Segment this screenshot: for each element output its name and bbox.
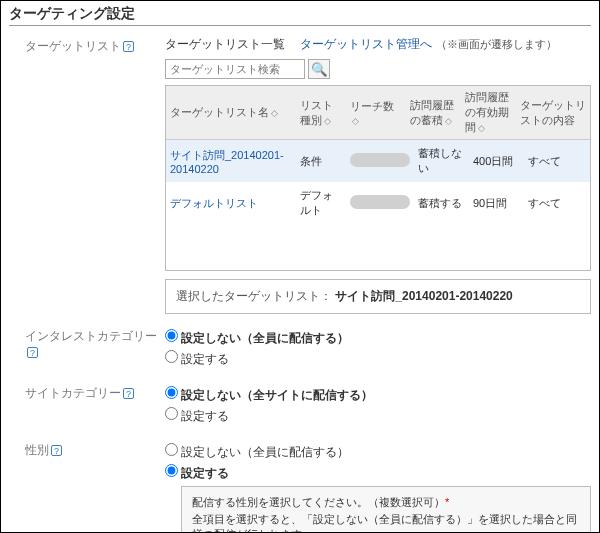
search-button[interactable]: 🔍 <box>308 59 330 79</box>
help-icon[interactable]: ? <box>51 445 62 456</box>
site-section: サイトカテゴリー? 設定しない（全サイトに配信する） 設定する <box>1 379 599 436</box>
search-icon: 🔍 <box>311 62 328 77</box>
interest-label: インタレストカテゴリー? <box>25 326 165 371</box>
row-reach <box>346 182 414 224</box>
gender-radio-none[interactable]: 設定しない（全員に配信する） <box>165 445 349 459</box>
interest-radio-set[interactable]: 設定する <box>165 352 229 366</box>
col-reach[interactable]: リーチ数◇ <box>346 86 406 140</box>
gender-label: 性別? <box>25 440 165 533</box>
selected-bar: 選択したターゲットリスト： サイト訪問_20140201-20140220 <box>165 279 591 314</box>
required-mark: * <box>445 496 449 508</box>
page-title: ターゲティング設定 <box>1 1 599 25</box>
target-list-table: ターゲットリスト名◇ リスト種別◇ リーチ数◇ 訪問履歴の蓄積◇ 訪問履歴の有効… <box>165 85 591 271</box>
row-content: すべて <box>524 140 590 182</box>
site-radio-none[interactable]: 設定しない（全サイトに配信する） <box>165 388 373 402</box>
help-icon[interactable]: ? <box>27 347 38 358</box>
target-list-section: ターゲットリスト? ターゲットリスト一覧 ターゲットリスト管理へ （※画面が遷移… <box>1 32 599 322</box>
divider <box>9 25 591 26</box>
list-heading: ターゲットリスト一覧 <box>165 36 285 53</box>
gender-note: 全項目を選択すると、「設定しない（全員に配信する）」を選択した場合と同様の配信が… <box>192 512 580 533</box>
row-name[interactable]: デフォルトリスト <box>170 197 258 209</box>
manage-link[interactable]: ターゲットリスト管理へ <box>300 37 432 51</box>
row-accumulate: 蓄積する <box>414 182 469 224</box>
table-row[interactable]: サイト訪問_20140201-20140220 条件 蓄積しない 400日間 す… <box>166 140 590 182</box>
reach-blur <box>350 195 410 209</box>
row-type: 条件 <box>296 140 346 182</box>
site-radio-set[interactable]: 設定する <box>165 409 229 423</box>
gender-section: 性別? 設定しない（全員に配信する） 設定する 配信する性別を選択してください。… <box>1 436 599 533</box>
row-validity: 90日間 <box>469 182 524 224</box>
gender-radio-set[interactable]: 設定する <box>165 466 229 480</box>
reach-blur <box>350 153 410 167</box>
interest-radio-none[interactable]: 設定しない（全員に配信する） <box>165 331 349 345</box>
gender-instruction: 配信する性別を選択してください。（複数選択可） <box>192 496 445 508</box>
row-type: デフォルト <box>296 182 346 224</box>
row-reach <box>346 140 414 182</box>
sort-icon: ◇ <box>478 123 485 133</box>
interest-section: インタレストカテゴリー? 設定しない（全員に配信する） 設定する <box>1 322 599 379</box>
sort-icon: ◇ <box>445 116 452 126</box>
selected-label: 選択したターゲットリスト： <box>176 289 332 303</box>
col-name[interactable]: ターゲットリスト名◇ <box>166 86 296 140</box>
row-accumulate: 蓄積しない <box>414 140 469 182</box>
gender-options-block: 配信する性別を選択してください。（複数選択可）* 全項目を選択すると、「設定しな… <box>181 486 591 533</box>
row-validity: 400日間 <box>469 140 524 182</box>
col-accumulate[interactable]: 訪問履歴の蓄積◇ <box>406 86 461 140</box>
manage-note: （※画面が遷移します） <box>436 38 557 50</box>
selected-value: サイト訪問_20140201-20140220 <box>335 289 512 303</box>
col-content: ターゲットリストの内容 <box>516 86 590 140</box>
help-icon[interactable]: ? <box>123 41 134 52</box>
sort-icon: ◇ <box>352 116 359 126</box>
help-icon[interactable]: ? <box>123 388 134 399</box>
col-type[interactable]: リスト種別◇ <box>296 86 346 140</box>
site-label: サイトカテゴリー? <box>25 383 165 428</box>
sort-icon: ◇ <box>324 116 331 126</box>
row-content: すべて <box>524 182 590 224</box>
search-input[interactable] <box>165 59 305 79</box>
sort-icon: ◇ <box>271 108 278 118</box>
col-validity[interactable]: 訪問履歴の有効期間◇ <box>461 86 516 140</box>
row-name[interactable]: サイト訪問_20140201-20140220 <box>170 149 284 175</box>
target-list-label: ターゲットリスト? <box>25 36 165 314</box>
table-row[interactable]: デフォルトリスト デフォルト 蓄積する 90日間 すべて <box>166 182 590 224</box>
